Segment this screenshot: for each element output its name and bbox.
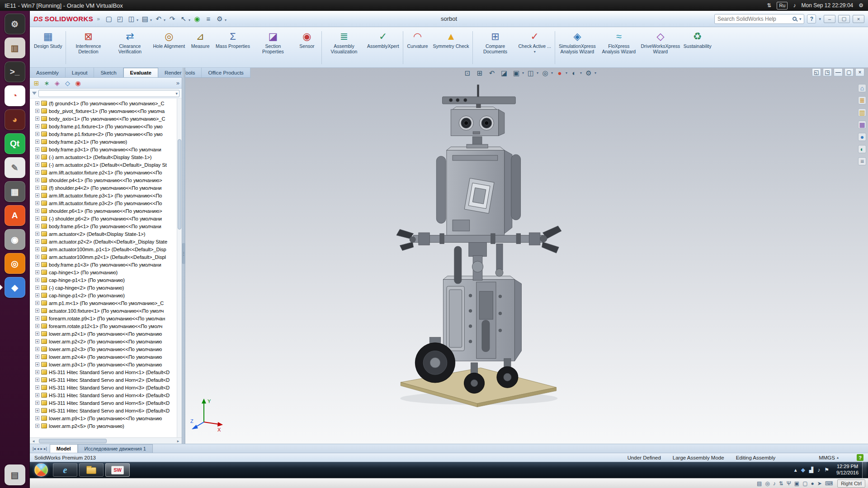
ribbon-floxpress-analysis-wizard-button[interactable]: ≈FloXpress Analysis Wizard [598,28,640,67]
tray-volume[interactable]: ♪ [817,467,820,473]
tree-expander-icon[interactable]: + [35,332,39,336]
dock-item-chrome[interactable]: ◔ [5,85,25,106]
ribbon-section-properties-button[interactable]: ◪Section Properties [252,28,294,67]
panel-splitter[interactable]: ⋮ [182,68,185,444]
tree-item[interactable]: +lower.arm.p2<5> (По умолчанию) [35,422,176,430]
motion-nav-3[interactable]: ▸| [44,446,47,451]
tree-item[interactable]: +HS-311 Hitec Standard Servo and Horn<3>… [35,384,176,391]
solidworks-logo[interactable]: DS SOLIDWORKS [33,15,93,23]
paneltab-propertymanager[interactable]: ∗ [42,79,51,87]
paneltab-configurationmanager[interactable]: ◈ [53,79,61,87]
tree-item[interactable]: +lower.arm.p2<1> (По умолчанию<<По умолч… [35,330,176,338]
dock-item-media-player[interactable]: ◕ [5,109,25,130]
ribbon-interference-detection-button[interactable]: ⊠Interference Detection [67,28,109,67]
hud-zoom-to-area[interactable]: ⊞ [474,68,485,78]
tree-item[interactable]: +(-) cap-hinge<2> (По умолчанию) [35,284,176,291]
hud-edit-appearance[interactable]: ● [554,68,565,78]
tree-expander-icon[interactable]: + [35,270,39,274]
toolbar-save-icon[interactable]: ◫ [126,14,137,24]
tab-assembly[interactable]: Assembly [30,68,66,77]
hscroll-right-arrow[interactable]: ▸ [175,439,182,443]
help-search-box[interactable]: ▾ [714,14,805,24]
docwin-minimize-button[interactable]: — [834,68,843,76]
tree-expander-icon[interactable]: + [35,347,39,351]
docwin-close-button[interactable]: × [855,68,864,76]
tree-expander-icon[interactable]: + [35,163,39,167]
taskbar-clock[interactable]: 12:29 PM 9/12/2016 [833,464,862,476]
paneltab-dimxpertmanager[interactable]: ◇ [63,79,72,87]
minimize-button[interactable]: – [824,15,835,23]
hud-apply-scene[interactable]: ◐ [569,68,580,78]
tree-expander-icon[interactable]: + [35,178,39,182]
tree-item[interactable]: +arm.actuator100mm..p1<1> (Default<<Defa… [35,245,176,253]
host-clock[interactable]: Mon Sep 12 22:29:04 [801,2,853,9]
tree-item[interactable]: +cap-hinge-p1<2> (По умолчанию) [35,291,176,299]
taskpane-design-library[interactable]: ≣ [858,96,866,104]
tree-item[interactable]: +HS-311 Hitec Standard Servo and Horn<4>… [35,391,176,399]
ribbon-curvature-button[interactable]: ◠Curvature [405,28,431,67]
menu-expand-chevron[interactable]: » [97,16,100,22]
ribbon-design-study-button[interactable]: ▦Design Study [32,28,64,67]
tree-item[interactable]: +arm.p1.m<1> (По умолчанию<<По умолчанию… [35,299,176,307]
ribbon-symmetry-check-button[interactable]: ▲Symmetry Check [431,28,472,67]
tree-expander-icon[interactable]: + [35,109,39,113]
tree-expander-icon[interactable]: + [35,101,39,105]
tree-item[interactable]: +(f) ground<1> (По умолчанию<<По умолчан… [35,99,176,107]
tree-expander-icon[interactable]: + [35,140,39,144]
tree-item[interactable]: +arm.lift.actuator.fixture.p3<2> (По умо… [35,199,176,207]
ribbon-sensor-button[interactable]: ◉Sensor [294,28,320,67]
tree-item[interactable]: +(f) shoulder.p4<2> (По умолчанию<<По ум… [35,184,176,192]
tree-item[interactable]: +arm.lift.actuator.fixture.p3<1> (По умо… [35,192,176,199]
show-desktop-button[interactable] [862,462,867,478]
dock-item-gimp[interactable]: ◉ [5,229,25,250]
toolbar-file-properties-icon[interactable]: ≡ [203,14,214,24]
ribbon-driveworksxpress-wizard-button[interactable]: ◇DriveWorksXpress Wizard [640,28,681,67]
tree-hscroll-thumb[interactable] [39,439,107,443]
dock-item-calculator[interactable]: ▦ [5,181,25,202]
tab-layout[interactable]: Layout [66,68,94,77]
tree-item[interactable]: +body.frame.p5<1> (По умолчанию<<По умол… [35,222,176,230]
model-tab[interactable]: Model [50,444,78,453]
search-input[interactable] [717,16,790,22]
tree-item[interactable]: +HS-311 Hitec Standard Servo and Horn<1>… [35,368,176,376]
filter-field[interactable]: ▾ [38,90,179,97]
tree-expander-icon[interactable]: + [35,416,39,420]
taskpane-scene-illumination[interactable]: ◐ [858,145,866,153]
input-sync-icon[interactable]: ⇅ [767,2,771,9]
tree-expander-icon[interactable]: + [35,155,39,159]
hud-edit-appearance-dropdown[interactable]: ▾ [566,71,567,75]
hud-section-view[interactable]: ◪ [499,68,509,78]
ribbon-measure-button[interactable]: ⊿Measure [187,28,213,67]
tree-expander-icon[interactable]: + [35,224,39,228]
status-help-button[interactable]: ? [857,454,863,461]
tree-item[interactable]: +shoulder.p6<1> (По умолчанию<<По умолча… [35,207,176,215]
hud-view-settings[interactable]: ⚙ [583,68,594,78]
hud-view-settings-dropdown[interactable]: ▾ [594,71,596,75]
tree-expander-icon[interactable]: + [35,408,39,413]
tree-item[interactable]: +body.frame.p1.fixture<2> (По умолчанию<… [35,130,176,138]
toolbar-select-icon[interactable]: ↖ [178,14,189,24]
tree-expander-icon[interactable]: + [35,378,39,382]
tree-expander-icon[interactable]: + [35,255,39,259]
hscroll-left-arrow[interactable]: ◂ [30,439,37,443]
panel-expand-button[interactable]: » [176,80,179,86]
tree-item[interactable]: +(-) shoulder.p6<2> (По умолчанию<<По ум… [35,215,176,222]
tree-item[interactable]: +body_axis<1> (По умолчанию<<По умолчани… [35,115,176,122]
ribbon-check-active-button[interactable]: ✓Check Active ...▾ [516,28,553,67]
dock-item-text-editor[interactable]: ✎ [5,157,25,178]
paneltab-displaymanager[interactable]: ◉ [74,79,82,87]
docwin-maximize-button[interactable]: ▢ [844,68,854,76]
docwin-split-pane-button[interactable]: ◳ [823,68,832,76]
tree-expander-icon[interactable]: + [35,339,39,343]
units-selector[interactable]: MMGS ▴ [819,455,839,460]
tree-expander-icon[interactable]: + [35,170,39,174]
tree-expander-icon[interactable]: + [35,286,39,290]
tree-vscroll-thumb[interactable] [178,139,181,230]
tree-expander-icon[interactable]: + [35,385,39,389]
tree-item[interactable]: +shoulder.p4<1> (По умолчанию<<По умолча… [35,176,176,184]
toolbar-undo-icon[interactable]: ↶ [153,14,164,24]
toolbar-print-dropdown[interactable]: ▾ [150,18,152,22]
toolbar-select-dropdown[interactable]: ▾ [189,18,190,22]
tree-item[interactable]: +actuator.100.fixture<1> (По умолчанию<<… [35,307,176,314]
tree-expander-icon[interactable]: + [35,316,39,320]
